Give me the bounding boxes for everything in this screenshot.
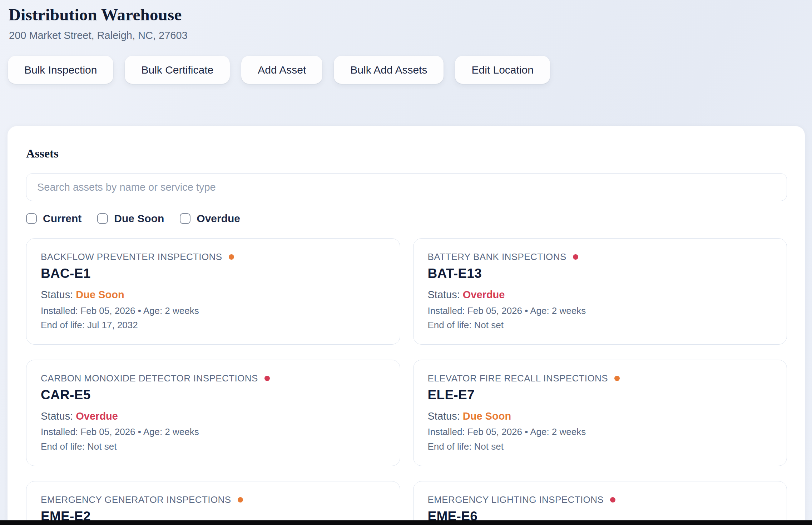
page-title: Distribution Warehouse [9, 5, 812, 24]
status-value: Due Soon [76, 289, 124, 300]
filter-overdue-checkbox[interactable] [180, 213, 190, 224]
status-label: Status: [428, 410, 460, 422]
service-type-label: EMERGENCY GENERATOR INSPECTIONS [41, 494, 231, 505]
asset-installed-line: Installed: Feb 05, 2026 • Age: 2 weeks [428, 305, 773, 316]
filter-due-soon-checkbox[interactable] [97, 213, 108, 224]
asset-cards-grid: BACKFLOW PREVENTER INSPECTIONS BAC-E1 St… [26, 238, 787, 525]
page-header: Distribution Warehouse 200 Market Street… [0, 0, 812, 41]
asset-end-of-life-line: End of life: Not set [41, 441, 386, 452]
filter-current[interactable]: Current [26, 212, 81, 225]
status-dot-icon [238, 497, 243, 502]
filter-current-label: Current [43, 212, 81, 225]
filter-overdue[interactable]: Overdue [180, 212, 240, 225]
toolbar: Bulk Inspection Bulk Certificate Add Ass… [8, 56, 812, 84]
bottom-taskbar-strip [0, 520, 812, 525]
asset-card-car-e5[interactable]: CARBON MONOXIDE DETECTOR INSPECTIONS CAR… [26, 360, 400, 466]
filter-due-soon-label: Due Soon [114, 212, 164, 225]
asset-end-of-life-line: End of life: Not set [428, 320, 773, 331]
filter-current-checkbox[interactable] [26, 213, 37, 224]
status-dot-icon [264, 376, 270, 381]
asset-name: BAC-E1 [41, 266, 386, 281]
asset-end-of-life-line: End of life: Not set [428, 441, 773, 452]
service-type-label: EMERGENCY LIGHTING INSPECTIONS [428, 494, 604, 505]
asset-status-line: Status:Due Soon [41, 289, 386, 301]
bulk-inspection-button[interactable]: Bulk Inspection [8, 56, 113, 84]
asset-card-eme-e6[interactable]: EMERGENCY LIGHTING INSPECTIONS EME-E6 St… [413, 481, 787, 525]
assets-heading: Assets [26, 147, 787, 160]
asset-installed-line: Installed: Feb 05, 2026 • Age: 2 weeks [41, 426, 386, 438]
asset-name: BAT-E13 [428, 266, 773, 281]
status-label: Status: [41, 410, 73, 422]
asset-name: CAR-E5 [41, 388, 386, 403]
status-value: Overdue [463, 289, 505, 300]
service-type-label: BACKFLOW PREVENTER INSPECTIONS [41, 251, 222, 262]
asset-card-bac-e1[interactable]: BACKFLOW PREVENTER INSPECTIONS BAC-E1 St… [26, 238, 400, 345]
location-address: 200 Market Street, Raleigh, NC, 27603 [9, 30, 812, 41]
service-type-label: CARBON MONOXIDE DETECTOR INSPECTIONS [41, 373, 258, 384]
status-dot-icon [573, 254, 578, 260]
asset-name: ELE-E7 [428, 388, 773, 403]
asset-status-line: Status:Due Soon [428, 410, 773, 422]
assets-panel: Assets Current Due Soon Overdue BACKFLOW… [8, 126, 805, 525]
asset-status-line: Status:Overdue [428, 289, 773, 301]
search-input[interactable] [26, 173, 787, 201]
status-value: Overdue [76, 410, 118, 422]
asset-end-of-life-line: End of life: Jul 17, 2032 [41, 320, 386, 331]
service-type-label: BATTERY BANK INSPECTIONS [428, 251, 566, 262]
status-label: Status: [428, 289, 460, 300]
status-dot-icon [614, 376, 620, 381]
asset-card-ele-e7[interactable]: ELEVATOR FIRE RECALL INSPECTIONS ELE-E7 … [413, 360, 787, 466]
status-value: Due Soon [463, 410, 511, 422]
filter-overdue-label: Overdue [197, 212, 240, 225]
status-dot-icon [229, 254, 234, 260]
status-dot-icon [610, 497, 615, 502]
service-type-label: ELEVATOR FIRE RECALL INSPECTIONS [428, 373, 608, 384]
asset-card-eme-e2[interactable]: EMERGENCY GENERATOR INSPECTIONS EME-E2 S… [26, 481, 400, 525]
bulk-certificate-button[interactable]: Bulk Certificate [125, 56, 230, 84]
status-filters: Current Due Soon Overdue [26, 212, 787, 225]
asset-status-line: Status:Overdue [41, 410, 386, 422]
add-asset-button[interactable]: Add Asset [241, 56, 322, 84]
asset-installed-line: Installed: Feb 05, 2026 • Age: 2 weeks [428, 426, 773, 438]
status-label: Status: [41, 289, 73, 300]
bulk-add-assets-button[interactable]: Bulk Add Assets [334, 56, 444, 84]
filter-due-soon[interactable]: Due Soon [97, 212, 164, 225]
asset-installed-line: Installed: Feb 05, 2026 • Age: 2 weeks [41, 305, 386, 316]
asset-card-bat-e13[interactable]: BATTERY BANK INSPECTIONS BAT-E13 Status:… [413, 238, 787, 345]
edit-location-button[interactable]: Edit Location [455, 56, 550, 84]
